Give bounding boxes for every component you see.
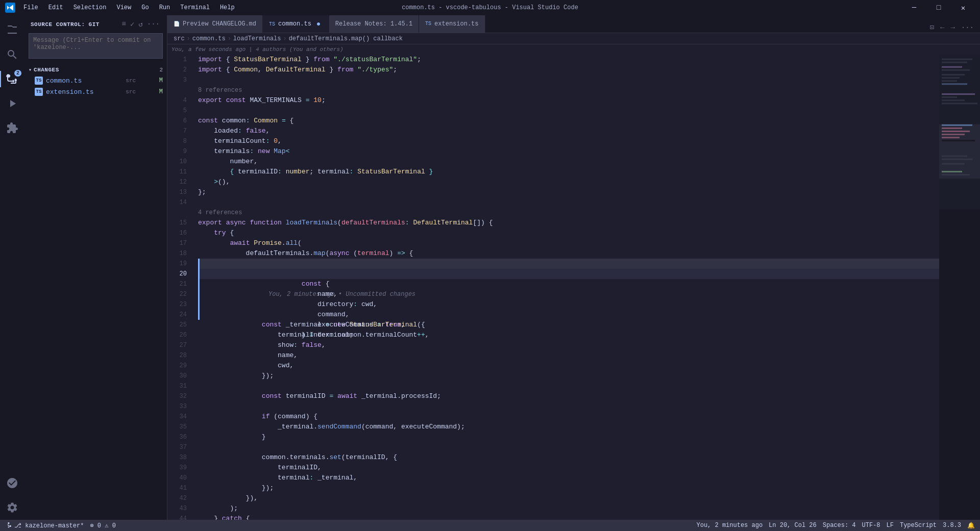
ln-31: 31 — [167, 381, 193, 391]
menu-go[interactable]: Go — [137, 3, 153, 12]
file-action-discard-ext[interactable]: ↺ — [144, 88, 150, 96]
tab-common-ts[interactable]: TS common.ts ● — [263, 15, 329, 33]
file-action-open-ext[interactable]: ↗ — [138, 88, 143, 96]
activity-item-remote[interactable] — [0, 471, 24, 495]
close-button[interactable]: ✕ — [951, 0, 975, 15]
ln-36: 36 — [167, 432, 193, 442]
file-location-extension-ts: src — [126, 89, 136, 95]
go-forward-button[interactable]: → — [948, 22, 957, 33]
minimap — [939, 55, 980, 520]
menu-terminal[interactable]: Terminal — [176, 3, 214, 12]
code-line-29: cwd, — [198, 361, 939, 371]
sidebar-header: SOURCE CONTROL: GIT ≡ ✓ ↺ ··· — [24, 15, 167, 33]
maximize-button[interactable]: □ — [927, 0, 950, 15]
sidebar-actions[interactable]: ≡ ✓ ↺ ··· — [121, 19, 161, 30]
menu-selection[interactable]: Selection — [69, 3, 111, 12]
code-line-12: >(), — [198, 177, 939, 187]
file-action-discard[interactable]: ↺ — [144, 77, 150, 85]
code-line-36: } — [198, 432, 939, 442]
ln-41: 41 — [167, 483, 193, 493]
menu-file[interactable]: File — [19, 3, 42, 12]
notification-status[interactable]: 🔔 — [967, 522, 975, 529]
changes-label: CHANGES — [34, 67, 159, 73]
changes-file-list: TS common.ts src ↗ ↺ + M TS extension.ts… — [24, 75, 167, 97]
sidebar-action-more[interactable]: ··· — [146, 19, 161, 30]
menu-run[interactable]: Run — [155, 3, 175, 12]
tab-preview-changelog[interactable]: 📄 Preview CHANGELOG.md — [167, 15, 263, 33]
problems-status[interactable]: ⊗ 0 ⚠ 0 — [90, 522, 115, 529]
language-status[interactable]: TypeScript — [900, 522, 937, 529]
code-line-17: await Promise.all( — [198, 238, 939, 248]
sidebar-action-list[interactable]: ≡ — [121, 19, 127, 30]
ln-19: 19 — [167, 259, 193, 269]
file-action-stage[interactable]: + — [152, 77, 157, 85]
go-back-button[interactable]: ← — [938, 22, 946, 33]
ln-4-ref — [167, 85, 193, 95]
git-blame-status[interactable]: You, 2 minutes ago — [696, 522, 763, 529]
breadcrumb-common-ts[interactable]: common.ts — [192, 35, 226, 42]
code-line-18: defaultTerminals.map(async (terminal) =>… — [198, 248, 939, 259]
changes-chevron: ▾ — [29, 67, 32, 73]
split-editor-button[interactable]: ⊡ — [928, 22, 936, 33]
code-line-23: executeCommand = true, — [198, 299, 939, 310]
code-line-42: }), — [198, 493, 939, 503]
line-numbers: 1 2 3 4 5 6 7 8 9 10 11 12 13 14 15 16 1… — [167, 55, 193, 520]
code-line-35: _terminal.sendCommand(command, executeCo… — [198, 422, 939, 432]
sidebar-action-refresh[interactable]: ↺ — [137, 19, 143, 30]
activity-item-search[interactable] — [0, 42, 24, 67]
sidebar-action-check[interactable]: ✓ — [129, 19, 135, 30]
ln-15: 15 — [167, 218, 193, 228]
menu-edit[interactable]: Edit — [44, 3, 67, 12]
ln-44: 44 — [167, 514, 193, 520]
indentation-status[interactable]: Spaces: 4 — [823, 522, 856, 529]
status-bar: ⎇ kazelone-master* ⊗ 0 ⚠ 0 You, 2 minute… — [0, 520, 980, 531]
activity-item-source-control[interactable]: 2 — [0, 67, 24, 91]
code-line-1: import { StatusBarTerminal } from "./sta… — [198, 55, 939, 65]
ln-42: 42 — [167, 493, 193, 503]
tab-extension-ts[interactable]: TS extension.ts — [419, 15, 485, 33]
tab-close-common-ts[interactable]: ● — [314, 20, 323, 28]
activity-item-explorer[interactable] — [0, 18, 24, 42]
breadcrumb-load-terminals[interactable]: loadTerminals — [233, 35, 281, 42]
file-item-extension-ts[interactable]: TS extension.ts src ↗ ↺ + M — [24, 86, 167, 97]
ln-29: 29 — [167, 361, 193, 371]
window-title: common.ts - vscode-tabulous - Visual Stu… — [402, 4, 578, 11]
activity-item-extensions[interactable] — [0, 116, 24, 140]
file-action-open[interactable]: ↗ — [138, 77, 143, 85]
more-button[interactable]: ··· — [959, 22, 976, 33]
code-line-20[interactable]: name, — [198, 269, 939, 279]
file-action-stage-ext[interactable]: + — [152, 88, 157, 96]
cursor-position-status[interactable]: Ln 20, Col 26 — [769, 522, 817, 529]
commit-message-input[interactable] — [29, 33, 163, 59]
code-line-11: { terminalID: number; terminal: StatusBa… — [198, 167, 939, 177]
code-line-9: terminals: new Map< — [198, 146, 939, 157]
tabs-bar: 📄 Preview CHANGELOG.md TS common.ts ● Re… — [167, 15, 980, 33]
code-ref-15: 4 references — [198, 208, 939, 218]
breadcrumb-callback[interactable]: defaultTerminals.map() callback — [289, 35, 403, 42]
tab-icon-extension-ts: TS — [425, 21, 431, 27]
ln-43: 43 — [167, 503, 193, 514]
git-branch-status[interactable]: ⎇ kazelone-master* — [5, 522, 84, 529]
ln-40: 40 — [167, 473, 193, 483]
activity-item-settings[interactable] — [0, 495, 24, 520]
commit-input-area[interactable] — [24, 33, 167, 65]
changes-section-header[interactable]: ▾ CHANGES 2 — [24, 65, 167, 75]
menu-bar[interactable]: File Edit Selection View Go Run Terminal… — [19, 3, 239, 12]
source-control-badge: 2 — [14, 70, 21, 77]
menu-view[interactable]: View — [112, 3, 135, 12]
tab-icon-common-ts: TS — [269, 21, 275, 27]
menu-help[interactable]: Help — [216, 3, 239, 12]
title-bar-left: File Edit Selection View Go Run Terminal… — [5, 3, 239, 13]
minimize-button[interactable]: ─ — [902, 0, 926, 15]
activity-item-run[interactable] — [0, 91, 24, 116]
ts-version-status[interactable]: 3.8.3 — [943, 522, 961, 529]
encoding-status[interactable]: UTF-8 — [862, 522, 880, 529]
tab-release-notes[interactable]: Release Notes: 1.45.1 — [329, 15, 419, 33]
line-ending-status[interactable]: LF — [887, 522, 894, 529]
code-area[interactable]: import { StatusBarTerminal } from "./sta… — [193, 55, 939, 520]
file-item-common-ts[interactable]: TS common.ts src ↗ ↺ + M — [24, 75, 167, 86]
window-controls[interactable]: ─ □ ✕ — [902, 0, 975, 15]
ln-6: 6 — [167, 116, 193, 126]
breadcrumb-src[interactable]: src — [174, 35, 185, 42]
tab-label-common-ts: common.ts — [278, 20, 311, 28]
